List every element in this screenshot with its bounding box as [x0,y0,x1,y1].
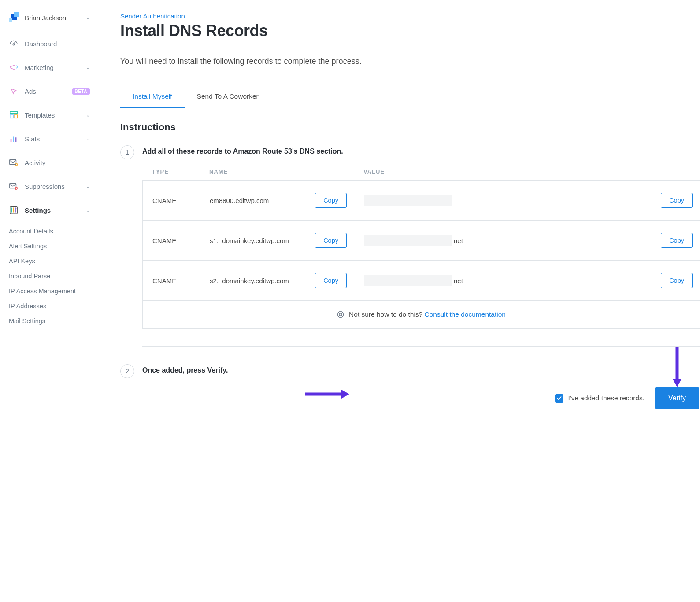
svg-point-17 [15,208,16,209]
table-row: CNAME em8800.editwp.com Copy Copy [143,180,700,220]
sidebar-item-settings[interactable]: Settings ⌄ [0,198,99,222]
sidebar-item-dashboard[interactable]: Dashboard [0,32,99,55]
tab-send-to-coworker[interactable]: Send To A Coworker [185,88,271,108]
chevron-down-icon: ⌄ [86,184,90,189]
subnav-api-keys[interactable]: API Keys [4,254,99,269]
cell-type: CNAME [143,181,200,220]
sidebar-item-label: Ads [25,88,66,95]
annotation-arrow-vertical-icon [672,347,682,387]
sidebar-item-suppressions[interactable]: Suppressions ⌄ [0,174,99,198]
tab-install-myself[interactable]: Install Myself [120,88,185,108]
page-title: Install DNS Records [120,22,700,40]
verify-button[interactable]: Verify [655,387,699,409]
annotation-arrow-horizontal-icon [305,389,349,399]
subnav-ip-access-management[interactable]: IP Access Management [4,284,99,299]
instructions-heading: Instructions [120,122,700,133]
copy-value-button[interactable]: Copy [661,233,693,248]
step-number: 1 [120,145,134,159]
account-switcher[interactable]: Brian Jackson ⌄ [0,9,99,32]
sidebar-item-label: Activity [25,159,90,166]
subnav-alert-settings[interactable]: Alert Settings [4,239,99,254]
mail-search-icon [9,158,19,167]
chevron-down-icon: ⌄ [86,136,90,142]
step-2: 2 Once added, press Verify. [120,364,700,378]
svg-point-19 [339,313,342,316]
svg-point-15 [11,208,12,210]
divider [142,346,700,347]
settings-subnav: Account Details Alert Settings API Keys … [0,222,99,329]
account-name: Brian Jackson [25,14,81,22]
svg-rect-2 [10,115,13,118]
sidebar-item-marketing[interactable]: Marketing ⌄ [0,55,99,79]
subnav-mail-settings[interactable]: Mail Settings [4,314,99,329]
main-content: Sender Authentication Install DNS Record… [99,0,700,602]
sidebar-item-label: Settings [25,207,80,214]
th-type: TYPE [142,168,200,175]
beta-badge: BETA [72,88,90,95]
subnav-account-details[interactable]: Account Details [4,224,99,239]
svg-rect-5 [13,137,14,142]
step-text: Once added, press Verify. [142,364,228,374]
svg-rect-4 [11,139,12,142]
checkbox-text: I've added these records. [568,394,644,402]
verify-row: I've added these records. Verify [120,387,700,409]
chevron-down-icon: ⌄ [86,15,90,21]
documentation-hint: Not sure how to do this? Consult the doc… [143,300,700,328]
documentation-link[interactable]: Consult the documentation [425,310,506,318]
cell-value-suffix: net [454,277,463,284]
breadcrumb[interactable]: Sender Authentication [120,12,700,20]
svg-rect-3 [14,115,17,118]
redacted-value [364,195,452,206]
tabs: Install Myself Send To A Coworker [120,88,700,108]
sidebar-item-label: Marketing [25,64,80,71]
svg-point-0 [13,44,15,45]
step-text: Add all of these records to Amazon Route… [142,145,343,155]
copy-name-button[interactable]: Copy [315,273,347,288]
sidebar: Brian Jackson ⌄ Dashboard Marketing ⌄ Ad… [0,0,99,602]
copy-value-button[interactable]: Copy [661,193,693,208]
th-name: NAME [200,168,354,175]
svg-rect-1 [10,112,18,114]
check-icon [556,395,562,401]
subnav-inbound-parse[interactable]: Inbound Parse [4,269,99,284]
cell-type: CNAME [143,221,200,260]
copy-name-button[interactable]: Copy [315,233,347,248]
chevron-down-icon: ⌄ [86,65,90,70]
cell-type: CNAME [143,261,200,300]
copy-value-button[interactable]: Copy [661,273,693,288]
added-records-checkbox[interactable] [555,394,563,403]
step-number: 2 [120,364,134,378]
sidebar-item-label: Stats [25,135,80,143]
cursor-icon [9,86,19,96]
account-logo-icon [9,12,19,23]
cell-name: s2._domainkey.editwp.com [210,277,289,284]
cell-value-suffix: net [454,237,463,244]
step-1: 1 Add all of these records to Amazon Rou… [120,145,700,159]
sliders-icon [9,205,19,215]
svg-point-16 [13,210,14,211]
redacted-value [364,235,452,246]
layout-icon [9,110,19,120]
cell-name: em8800.editwp.com [210,197,269,204]
copy-name-button[interactable]: Copy [315,193,347,208]
records-table-header: TYPE NAME VALUE [142,168,700,180]
sidebar-item-label: Suppressions [25,183,80,190]
chevron-down-icon: ⌄ [86,207,90,213]
added-records-checkbox-label[interactable]: I've added these records. [555,394,644,403]
records-table: CNAME em8800.editwp.com Copy Copy CN [142,180,700,329]
sidebar-item-label: Dashboard [25,40,90,48]
table-row: CNAME s1._domainkey.editwp.com Copy net … [143,220,700,260]
subnav-ip-addresses[interactable]: IP Addresses [4,299,99,314]
lifebuoy-icon [337,310,344,318]
table-row: CNAME s2._domainkey.editwp.com Copy net … [143,260,700,300]
megaphone-icon [9,63,19,72]
sidebar-item-stats[interactable]: Stats ⌄ [0,127,99,151]
chevron-down-icon: ⌄ [86,112,90,118]
sidebar-item-activity[interactable]: Activity [0,151,99,174]
hint-text: Not sure how to do this? [349,310,424,318]
sidebar-item-ads[interactable]: Ads BETA [0,79,99,103]
sidebar-item-templates[interactable]: Templates ⌄ [0,103,99,127]
sidebar-item-label: Templates [25,111,80,119]
cell-name: s1._domainkey.editwp.com [210,237,289,244]
svg-rect-6 [15,137,17,142]
